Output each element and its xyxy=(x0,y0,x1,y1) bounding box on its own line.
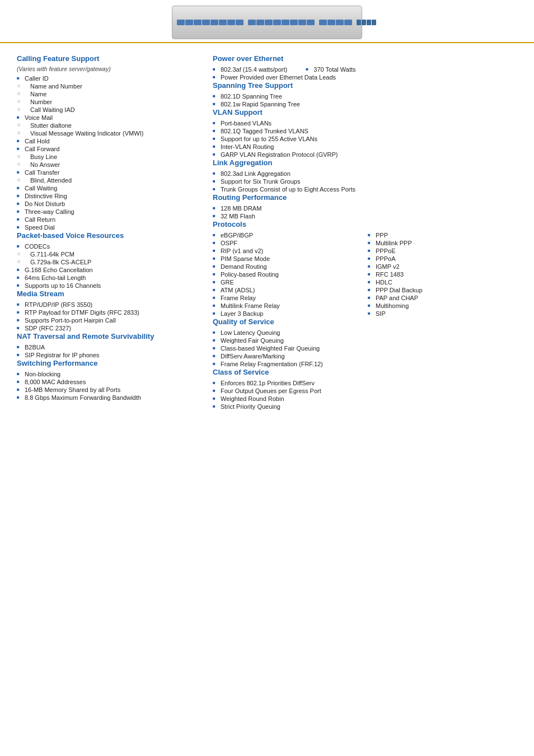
port xyxy=(219,20,227,25)
list-item: Frame Relay xyxy=(213,294,362,302)
list-item: Support for Six Trunk Groups xyxy=(213,178,517,185)
list-item: Visual Message Waiting Indicator (VMWI) xyxy=(17,129,196,137)
port xyxy=(273,20,281,25)
list-item: Three-way Calling xyxy=(17,208,196,216)
vlan-list: Port-based VLANs 802.1Q Tagged Trunked V… xyxy=(213,119,517,158)
list-item: DiffServ Aware/Marking xyxy=(213,352,517,360)
list-item: 802.1w Rapid Spanning Tree xyxy=(213,100,517,108)
port xyxy=(210,20,218,25)
list-item: Enforces 802.1p Priorities DiffServ xyxy=(213,379,517,387)
port xyxy=(327,20,335,25)
list-item: 802.3ad Link Aggregation xyxy=(213,170,517,178)
list-item: Support for up to 255 Active VLANs xyxy=(213,135,517,143)
list-item: Supports Port-to-port Hairpin Call xyxy=(17,316,196,324)
section-routing-perf: Routing Performance 128 MB DRAM 32 MB Fl… xyxy=(213,193,517,220)
section-link-agg: Link Aggregation 802.3ad Link Aggregatio… xyxy=(213,158,517,193)
list-item: 64ms Echo-tail Length xyxy=(17,274,196,282)
section-packet-voice: Packet-based Voice Resources CODECs G.71… xyxy=(17,231,196,290)
port-small xyxy=(362,20,366,25)
port xyxy=(307,20,315,25)
link-agg-list: 802.3ad Link Aggregation Support for Six… xyxy=(213,170,517,193)
port xyxy=(282,20,289,25)
list-item: G.711-64k PCM xyxy=(17,250,196,258)
section-spanning-tree: Spanning Tree Support 802.1D Spanning Tr… xyxy=(213,81,517,108)
calling-feature-list: Caller ID Name and Number Name Number Ca… xyxy=(17,74,196,231)
list-item: RIP (v1 and v2) xyxy=(213,247,362,255)
list-item: 802.1D Spanning Tree xyxy=(213,92,517,100)
section-poe: Power over Ethernet 802.3af (15.4 watts/… xyxy=(213,54,517,81)
list-item: G.168 Echo Cancellation xyxy=(17,266,196,274)
list-item: G.729a-8k CS-ACELP xyxy=(17,258,196,266)
list-item: Demand Routing xyxy=(213,263,362,270)
section-title-spanning-tree: Spanning Tree Support xyxy=(213,81,517,90)
list-item: Name and Number xyxy=(17,82,196,90)
section-title-nat-traversal: NAT Traversal and Remote Survivability xyxy=(17,332,196,340)
section-title-media-stream: Media Stream xyxy=(17,290,196,298)
list-item: Power Provided over Ethernet Data Leads xyxy=(213,73,517,81)
section-title-vlan: VLAN Support xyxy=(213,108,517,116)
port xyxy=(194,20,202,25)
list-item: eBGP/iBGP xyxy=(213,231,362,239)
list-item: Distinctive Ring xyxy=(17,192,196,200)
list-item: RTP Payload for DTMF Digits (RFC 2833) xyxy=(17,309,196,316)
port xyxy=(265,20,273,25)
cos-list: Enforces 802.1p Priorities DiffServ Four… xyxy=(213,379,517,410)
port xyxy=(344,20,352,25)
list-item: PAP and CHAP xyxy=(368,294,517,302)
list-item: 802.3af (15.4 watts/port) xyxy=(213,66,287,73)
packet-voice-list: CODECs G.711-64k PCM G.729a-8k CS-ACELP … xyxy=(17,242,196,290)
list-item: Number xyxy=(17,98,196,106)
list-item: SIP Registrar for IP phones xyxy=(17,351,196,359)
list-item: Voice Mail xyxy=(17,114,196,122)
list-item: Port-based VLANs xyxy=(213,119,517,127)
left-column: Calling Feature Support (Varies with fea… xyxy=(17,54,196,410)
list-item: Low Latency Queuing xyxy=(213,329,517,337)
list-item: PPP xyxy=(368,231,517,239)
section-switching: Switching Performance Non-blocking 8,000… xyxy=(17,359,196,402)
poe-list: 802.3af (15.4 watts/port) 370 Total Watt… xyxy=(213,66,517,81)
section-vlan: VLAN Support Port-based VLANs 802.1Q Tag… xyxy=(213,108,517,158)
list-item: Trunk Groups Consist of up to Eight Acce… xyxy=(213,185,517,193)
port-small xyxy=(367,20,371,25)
list-item: RFC 1483 xyxy=(368,270,517,278)
list-item: Blind, Attended xyxy=(17,176,196,184)
list-item: Frame Relay Fragmentation (FRF.12) xyxy=(213,360,517,368)
qos-list: Low Latency Queuing Weighted Fair Queuin… xyxy=(213,329,517,368)
list-item: SIP xyxy=(368,310,517,318)
list-item: HDLC xyxy=(368,278,517,286)
list-item: PPPoE xyxy=(368,247,517,255)
spanning-tree-list: 802.1D Spanning Tree 802.1w Rapid Spanni… xyxy=(213,92,517,108)
list-item: Policy-based Routing xyxy=(213,270,362,278)
list-item: Non-blocking xyxy=(17,370,196,378)
list-item: 370 Total Watts xyxy=(306,66,355,73)
list-item: Busy Line xyxy=(17,153,196,161)
list-item: GRE xyxy=(213,278,362,286)
section-title-routing-perf: Routing Performance xyxy=(213,193,517,202)
list-item: B2BUA xyxy=(17,343,196,351)
list-item: PPP Dial Backup xyxy=(368,286,517,294)
list-item: Inter-VLAN Routing xyxy=(213,143,517,151)
protocols-col1-list: eBGP/iBGP OSPF RIP (v1 and v2) PIM Spars… xyxy=(213,231,362,318)
list-item: Stutter dialtone xyxy=(17,122,196,129)
page-header xyxy=(0,0,534,43)
list-item: Class-based Weighted Fair Queuing xyxy=(213,344,517,352)
list-item: ATM (ADSL) xyxy=(213,286,362,294)
port xyxy=(202,20,210,25)
list-item: PPPoA xyxy=(368,255,517,263)
port-small xyxy=(372,20,376,25)
list-item: 8.8 Gbps Maximum Forwarding Bandwidth xyxy=(17,394,196,402)
port xyxy=(227,20,235,25)
section-cos: Class of Service Enforces 802.1p Priorit… xyxy=(213,368,517,410)
list-item: No Answer xyxy=(17,161,196,169)
content-area: Calling Feature Support (Varies with fea… xyxy=(0,43,534,422)
port xyxy=(298,20,306,25)
list-item: CODECs xyxy=(17,242,196,250)
list-item: OSPF xyxy=(213,239,362,247)
list-item: Call Return xyxy=(17,216,196,223)
list-item: Four Output Queues per Egress Port xyxy=(213,387,517,395)
port xyxy=(319,20,327,25)
list-item: 128 MB DRAM xyxy=(213,204,517,212)
list-item: IGMP v2 xyxy=(368,263,517,270)
nat-traversal-list: B2BUA SIP Registrar for IP phones xyxy=(17,343,196,359)
section-title-packet-voice: Packet-based Voice Resources xyxy=(17,231,196,240)
